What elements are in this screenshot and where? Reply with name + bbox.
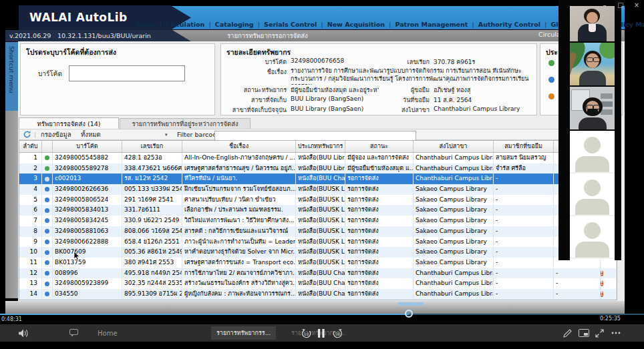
barcode-panel-title: โปรดระบุบาร์โค้ดที่ต้องการส่ง bbox=[21, 44, 214, 58]
column-header[interactable]: ประเภททรัพยากร bbox=[296, 141, 345, 152]
table-row-10[interactable]: 10BK007609005.36 ส861ห 2549หาคำตอบทางธุร… bbox=[19, 247, 617, 258]
cell-barcode: 32498005545882 bbox=[53, 153, 122, 163]
cell-status: รอการจัดส่ง bbox=[345, 216, 414, 226]
table-row-2[interactable]: 232498005589278338.473621 น666ศเศรษฐศาสต… bbox=[19, 163, 617, 174]
legend-dot-0 bbox=[548, 60, 554, 66]
ink-edit-icon[interactable] bbox=[563, 324, 572, 342]
table-row-5[interactable]: 532498005806524291 ว169ศ 2541ศาสนาเปรียบ… bbox=[19, 195, 617, 206]
cell-type: หนังสือ(BUUSK Libr... bbox=[296, 205, 345, 216]
table-row-1[interactable]: 132498005545882428.1 อ253อAll-In-One-Eng… bbox=[19, 153, 617, 163]
table-row-7[interactable]: 732498005834245330.9 ป622ว 2549วิถีใหม่แ… bbox=[19, 216, 617, 226]
window-controls: – □ × bbox=[599, 1, 643, 10]
cell-title: ภาวะผู้นำและการทำงานเป็นทีม = Leader... bbox=[182, 237, 296, 248]
player-control-bar: Home รายการทรัพยากรร... รายการทรัพยากรร.… bbox=[0, 324, 644, 342]
cell-barcode: c002013 bbox=[53, 173, 122, 184]
legend-dot-2 bbox=[548, 93, 554, 99]
cell-title: ผู้หญิงกับสังคม : ภาพสะท้อนจากวรรณกร... bbox=[182, 289, 296, 300]
close-button[interactable]: × bbox=[631, 1, 643, 10]
cell-call_no: รส. ม12ท 2542 bbox=[122, 173, 182, 184]
menu-item-authority-control[interactable]: Authority Control bbox=[474, 21, 544, 28]
column-header[interactable]: เลขเรียก bbox=[122, 141, 182, 152]
main-menu: Home|Circulation|Cataloging|Serials Cont… bbox=[131, 19, 558, 29]
column-header[interactable]: ส่งไปสาขา bbox=[414, 141, 494, 152]
cell-call_no: 005.133 ป339ฝ 2549 bbox=[122, 184, 182, 195]
barcode-input[interactable] bbox=[69, 65, 185, 81]
shortcut-menu-tab[interactable]: Shortcut menu bbox=[5, 42, 18, 111]
cell-call_no: 291 ว169ศ 2541 bbox=[122, 195, 182, 206]
cell-call_no: 428.1 อ253อ bbox=[122, 153, 182, 163]
cell-type: หนังสือ(BUU Chan L... bbox=[296, 173, 345, 184]
minimize-button[interactable]: – bbox=[599, 1, 611, 10]
rewind-10-icon[interactable]: 10 bbox=[301, 324, 312, 342]
seek-handle[interactable] bbox=[405, 310, 413, 318]
column-header[interactable]: สถานะ bbox=[345, 141, 414, 152]
cell-type: หนังสือ(BUU Chan L... bbox=[296, 278, 345, 289]
cell-title: เศรษฐศาสตร์สาธารณสุข / นิลวรรณ อยู่ภั... bbox=[182, 163, 296, 174]
pause-button[interactable] bbox=[318, 324, 325, 342]
table-row-14[interactable]: 14034550895.91309 อ715ผ 25...ผู้หญิงกับส… bbox=[19, 289, 617, 300]
dropdown-arrow-icon[interactable]: ▾ bbox=[165, 130, 168, 139]
tab-pending-dispatch[interactable]: ทรัพยากรรอจัดส่ง (14) bbox=[19, 117, 119, 129]
table-row-6[interactable]: 632498005834013331.7อ6111เลือกอาชีพ / ปร… bbox=[19, 205, 617, 216]
cell-type: หนังสือ(BUUSK Libr... bbox=[296, 258, 345, 268]
column-header[interactable]: สมาชิกที่ขอยืม bbox=[494, 141, 554, 152]
cell-call_no: 495.918 ก449ภ 2542 bbox=[122, 268, 182, 279]
remaining-time: 0:25:35 bbox=[600, 316, 621, 322]
cell-status: รอการจัดส่ง bbox=[345, 289, 414, 300]
column-header[interactable]: ชื่อเรื่อง bbox=[182, 141, 296, 152]
menu-item-new-acquisition[interactable]: New Acquisition bbox=[323, 21, 389, 28]
status-dot-icon bbox=[45, 260, 49, 265]
more-options-icon[interactable] bbox=[611, 324, 621, 342]
cell-title: สร้างวัฒนธรรมในองค์กร สร้างวิถีทางสู่คว.… bbox=[182, 278, 296, 289]
menu-item-home[interactable]: Home bbox=[131, 21, 160, 28]
mini-player-icon[interactable] bbox=[579, 324, 589, 342]
menu-item-cataloging[interactable]: Cataloging bbox=[211, 21, 258, 28]
details-panel-title: รายละเอียดทรัพยากร bbox=[221, 44, 536, 58]
cell-type: หนังสือ(BUUSK Libr... bbox=[296, 195, 345, 206]
cell-member: สายสมร นิยมสรวญ bbox=[494, 153, 554, 163]
filter-barcode-input[interactable] bbox=[214, 131, 416, 141]
dispatch-table: ลำดับบาร์โค้ดเลขเรียกชื่อเรื่องประเภททรั… bbox=[19, 140, 617, 300]
app-bottom-area bbox=[5, 301, 625, 314]
fullscreen-icon[interactable] bbox=[595, 324, 604, 342]
filter-dropdown-value[interactable]: ทั้งหมด bbox=[81, 130, 101, 139]
cell-barcode: 32498005589278 bbox=[53, 163, 122, 174]
chat-icon[interactable] bbox=[69, 324, 78, 342]
forward-30-icon[interactable]: 30 bbox=[332, 324, 343, 342]
participant-avatar-2 bbox=[570, 173, 615, 216]
toolbar-separator: | bbox=[34, 130, 36, 139]
server-path: 10.32.1.131/buu3/BUU/urarin bbox=[57, 30, 151, 41]
table-row-4[interactable]: 432498002626636005.133 ป339ฝ 2549ฝึกเขีย… bbox=[19, 184, 617, 195]
table-row-12[interactable]: 12008996495.918 ก449ภ 2542การใช้ภาษาไทย … bbox=[19, 268, 617, 279]
cell-member: - bbox=[494, 289, 554, 300]
column-header[interactable]: บาร์โค้ด bbox=[53, 141, 122, 152]
volume-icon[interactable] bbox=[19, 324, 29, 342]
table-row-8[interactable]: 832498005881063808.066 ว169ส 2545สารคดี … bbox=[19, 226, 617, 237]
maximize-button[interactable]: □ bbox=[615, 1, 627, 10]
table-row-9[interactable]: 932498006622888658.4 ย126ภ 2551ภาวะผู้นำ… bbox=[19, 237, 617, 248]
refresh-icon[interactable] bbox=[23, 131, 31, 141]
column-header[interactable] bbox=[42, 141, 53, 152]
menu-item-circulation[interactable]: Circulation bbox=[162, 21, 208, 28]
cell-member: - bbox=[494, 184, 554, 195]
column-header[interactable]: ลำดับ bbox=[19, 141, 42, 152]
status-dot-icon bbox=[45, 166, 49, 171]
table-row-11[interactable]: 11BK013759380 ส941ศ 2553เศรษฐศาสตร์การขน… bbox=[19, 258, 617, 268]
cell-status: รอการจัดส่ง bbox=[345, 258, 414, 268]
table-toolbar: | กรองข้อมูล ทั้งหมด ▾ Filter barcode: bbox=[19, 129, 621, 140]
table-row-3[interactable]: 3c002013รส. ม12ท 2542ทีใครทีมัน / มนันยา… bbox=[19, 173, 617, 184]
horizontal-scrollbar[interactable] bbox=[397, 302, 424, 306]
cell-barcode: 32498005881063 bbox=[53, 226, 122, 237]
cell-title: ทีใครทีมัน / มนันยา. bbox=[182, 173, 296, 184]
status-dot-icon bbox=[45, 208, 49, 213]
taskbar-home[interactable]: Home bbox=[98, 324, 118, 342]
cell-status: รอการจัดส่ง bbox=[345, 173, 414, 184]
participant-video-2 bbox=[570, 43, 615, 85]
cell-type: หนังสือ(BUU Chan L... bbox=[296, 268, 345, 279]
taskbar-tab-dispatch-1[interactable]: รายการทรัพยากรร... bbox=[211, 326, 276, 340]
table-row-13[interactable]: 1332498005923899302.35 ก244ส 2535สร้างวั… bbox=[19, 278, 617, 289]
tab-in-transit[interactable]: รายการทรัพยากรที่อยู่ระหว่างการจัดส่ง bbox=[120, 118, 251, 129]
menu-item-serials-control[interactable]: Serials Control bbox=[260, 21, 321, 28]
status-dot-icon bbox=[45, 282, 49, 286]
menu-item-patron-management[interactable]: Patron Management bbox=[391, 21, 472, 28]
